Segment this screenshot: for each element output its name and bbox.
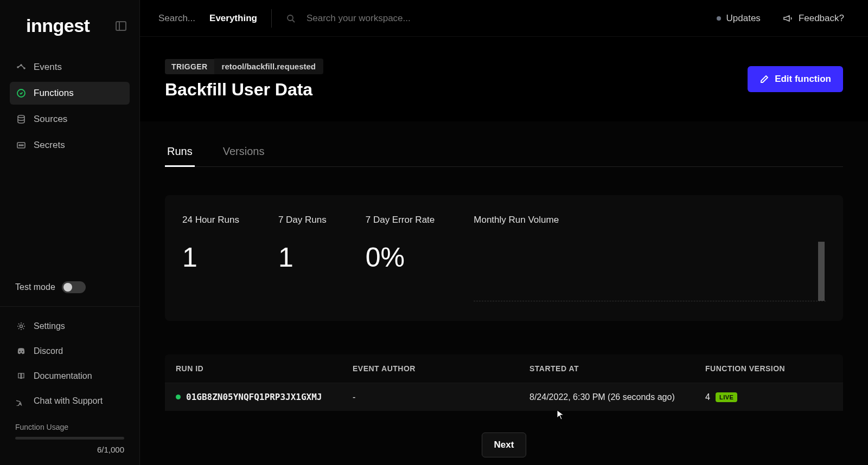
volume-bar (818, 242, 825, 301)
cell-started: 8/24/2022, 6:30 PM (26 seconds ago) (529, 392, 705, 402)
topbar: Search... Everything Updates Feedback? (140, 0, 868, 37)
brand-logo: inngest (26, 15, 90, 36)
col-function-version: FUNCTION VERSION (705, 364, 832, 373)
table-header: RUN ID EVENT AUTHOR STARTED AT FUNCTION … (165, 354, 843, 383)
status-success-icon (176, 395, 181, 399)
usage-value: 6/1,000 (15, 445, 124, 454)
sidebar: inngest Events Functions Sources Secr (0, 0, 140, 465)
svg-point-6 (19, 145, 20, 146)
table-row[interactable]: 01GB8ZN05YNQFQ1PRP3JX1GXMJ - 8/24/2022, … (165, 383, 843, 411)
svg-point-9 (20, 325, 23, 328)
secondary-nav: Settings Discord Documentation Chat with… (0, 313, 139, 417)
sidebar-item-label: Events (34, 62, 62, 73)
topbar-separator (271, 9, 272, 28)
stat-24h-runs: 24 Hour Runs 1 (182, 215, 278, 301)
test-mode-label: Test mode (15, 282, 55, 292)
test-mode-toggle[interactable] (62, 281, 86, 293)
sidebar-item-label: Documentation (34, 371, 92, 381)
stat-label: Monthly Run Volume (474, 215, 826, 225)
secrets-icon (16, 140, 26, 150)
edit-button-label: Edit function (775, 74, 831, 85)
status-dot-icon (717, 16, 721, 21)
panel-toggle-icon[interactable] (116, 21, 126, 31)
pager: Next (165, 432, 843, 457)
content: Runs Versions 24 Hour Runs 1 7 Day Runs … (140, 121, 868, 465)
live-badge: LIVE (716, 392, 737, 402)
stat-value: 1 (278, 242, 327, 273)
usage-label: Function Usage (15, 423, 124, 431)
sidebar-item-label: Chat with Support (34, 396, 103, 406)
primary-nav: Events Functions Sources Secrets (0, 51, 139, 157)
trigger-badge-row: TRIGGER retool/backfill.requested (165, 59, 323, 74)
updates-link[interactable]: Updates (711, 13, 766, 24)
col-run-id: RUN ID (176, 364, 353, 373)
sidebar-item-label: Settings (34, 321, 65, 331)
sidebar-item-discord[interactable]: Discord (10, 340, 130, 362)
svg-point-7 (21, 145, 22, 146)
usage-bar (15, 437, 124, 440)
col-started-at: STARTED AT (529, 364, 705, 373)
cell-author: - (353, 392, 529, 402)
svg-point-8 (22, 145, 23, 146)
search-label: Search... (158, 13, 195, 24)
sidebar-item-documentation[interactable]: Documentation (10, 365, 130, 387)
logo-row: inngest (0, 0, 139, 51)
global-search[interactable]: Search... Everything (158, 13, 257, 24)
sidebar-item-label: Secrets (34, 140, 65, 151)
svg-point-10 (288, 15, 293, 21)
sidebar-item-label: Sources (34, 114, 67, 125)
stat-value: 0% (366, 242, 435, 273)
search-scope[interactable]: Everything (209, 13, 257, 24)
sidebar-item-functions[interactable]: Functions (10, 82, 130, 105)
next-button[interactable]: Next (482, 432, 527, 457)
pencil-icon (760, 74, 769, 84)
functions-icon (16, 88, 26, 98)
stat-label: 24 Hour Runs (182, 215, 239, 225)
stat-label: 7 Day Runs (278, 215, 327, 225)
sidebar-item-secrets[interactable]: Secrets (10, 134, 130, 157)
sidebar-item-events[interactable]: Events (10, 56, 130, 79)
feedback-label: Feedback? (799, 13, 844, 24)
stat-7d-runs: 7 Day Runs 1 (278, 215, 366, 301)
page-title: Backfill User Data (165, 80, 323, 100)
tab-versions[interactable]: Versions (221, 138, 267, 166)
discord-icon (16, 346, 26, 356)
stat-value: 1 (182, 242, 239, 273)
stat-7d-error-rate: 7 Day Error Rate 0% (366, 215, 474, 301)
trigger-value: retool/backfill.requested (214, 59, 323, 74)
megaphone-icon (782, 13, 793, 24)
sidebar-divider (0, 306, 139, 307)
sidebar-item-label: Functions (34, 88, 74, 99)
cell-version: 4 (705, 392, 710, 402)
main: Search... Everything Updates Feedback? T… (140, 0, 868, 465)
sidebar-item-sources[interactable]: Sources (10, 108, 130, 131)
updates-label: Updates (726, 13, 761, 24)
runs-table: RUN ID EVENT AUTHOR STARTED AT FUNCTION … (165, 354, 843, 411)
stats-card: 24 Hour Runs 1 7 Day Runs 1 7 Day Error … (165, 195, 843, 321)
book-icon (16, 371, 26, 381)
chat-icon (16, 396, 26, 406)
sidebar-item-settings[interactable]: Settings (10, 315, 130, 337)
tab-runs[interactable]: Runs (165, 138, 195, 167)
run-id: 01GB8ZN05YNQFQ1PRP3JX1GXMJ (186, 392, 322, 402)
svg-point-4 (18, 115, 24, 118)
search-icon (286, 14, 296, 23)
sources-icon (16, 114, 26, 124)
feedback-link[interactable]: Feedback? (777, 13, 850, 24)
sidebar-item-label: Discord (34, 346, 63, 356)
function-usage: Function Usage 6/1,000 (0, 417, 139, 465)
col-event-author: EVENT AUTHOR (353, 364, 529, 373)
test-mode-row: Test mode (0, 281, 139, 306)
stat-label: 7 Day Error Rate (366, 215, 435, 225)
tabs: Runs Versions (165, 138, 843, 167)
sidebar-item-chat-support[interactable]: Chat with Support (10, 390, 130, 412)
edit-function-button[interactable]: Edit function (748, 66, 843, 92)
stat-monthly-volume: Monthly Run Volume (474, 215, 826, 301)
gear-icon (16, 321, 26, 331)
events-icon (16, 62, 26, 72)
volume-chart (474, 242, 826, 301)
trigger-badge: TRIGGER (165, 59, 214, 74)
page-header: TRIGGER retool/backfill.requested Backfi… (140, 37, 868, 121)
workspace-search-input[interactable] (307, 13, 502, 24)
